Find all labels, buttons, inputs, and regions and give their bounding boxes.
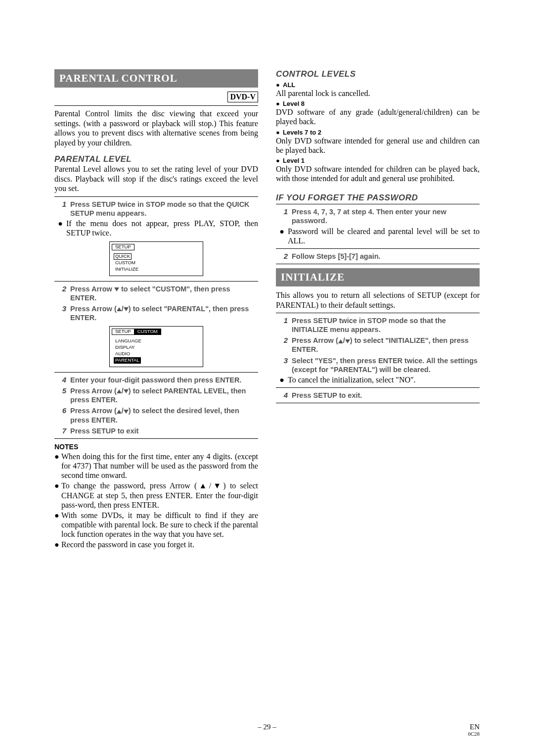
- osd-item-selected: PARENTAL: [114, 357, 141, 364]
- osd-tab: SETUP: [112, 329, 134, 335]
- osd-item: QUICK: [114, 253, 132, 260]
- up-arrow-icon: [117, 410, 122, 414]
- osd-graphic-2-wrap: SETUP CUSTOM LANGUAGE DISPLAY AUDIO PARE…: [54, 326, 258, 367]
- parental-level-subhead: PARENTAL LEVEL: [54, 154, 258, 164]
- page-number: – 29 –: [54, 723, 480, 731]
- note-item: ●Record the password in case you forget …: [54, 540, 258, 549]
- step-text-part: Press Arrow (: [292, 336, 338, 344]
- step-number: 1: [54, 200, 70, 218]
- dvdv-row: DVD-V: [54, 92, 258, 102]
- rule: [54, 438, 258, 439]
- step-text: Press 4, 7, 3, 7 at step 4. Then enter y…: [292, 207, 480, 225]
- up-arrow-icon: [338, 339, 343, 343]
- note-text: With some DVDs, it may be difficult to f…: [61, 511, 258, 539]
- step-number: 1: [276, 316, 292, 334]
- step-text: Enter your four-digit password then pres…: [70, 376, 258, 384]
- initialize-body: This allows you to return all selections…: [276, 290, 480, 310]
- rule: [276, 248, 480, 249]
- level-label: ●Levels 7 to 2: [276, 129, 480, 136]
- rule: [276, 313, 480, 313]
- osd-tab: SETUP: [112, 244, 134, 250]
- notes-heading: NOTES: [54, 443, 258, 451]
- level-label-text: ALL: [283, 81, 295, 89]
- level-label: ●Level 1: [276, 157, 480, 164]
- step-text-part: Press Arrow: [70, 285, 114, 293]
- note-item: ●With some DVDs, it may be difficult to …: [54, 511, 258, 539]
- page-footer: – 29 – EN 0C28: [54, 723, 480, 731]
- rule: [54, 372, 258, 373]
- osd-graphic-2: SETUP CUSTOM LANGUAGE DISPLAY AUDIO PARE…: [109, 326, 203, 367]
- osd-tab-selected: CUSTOM: [134, 329, 161, 335]
- init-sub: ● To cancel the initialization, select "…: [276, 375, 480, 384]
- step-text: Press SETUP twice in STOP mode so that t…: [70, 200, 258, 218]
- up-arrow-icon: [117, 389, 122, 393]
- step-text: Press SETUP twice in STOP mode so that t…: [292, 316, 480, 334]
- step-number: 5: [54, 386, 70, 404]
- level-label: ●Level 8: [276, 100, 480, 107]
- parental-intro-text: Parental Control limits the disc viewing…: [54, 109, 258, 147]
- init-step-2: 2 Press Arrow (/) to select "INITIALIZE"…: [276, 336, 480, 354]
- step-number: 6: [54, 406, 70, 424]
- right-column: CONTROL LEVELS ●ALL All parental lock is…: [276, 69, 480, 550]
- forget-sub: ● Password will be cleared and parental …: [276, 227, 480, 245]
- parental-control-heading: PARENTAL CONTROL: [54, 69, 258, 88]
- osd-item: INITIALIZE: [114, 266, 140, 273]
- level-label: ●ALL: [276, 81, 480, 89]
- bullet-icon: ●: [54, 481, 61, 510]
- rule: [276, 264, 480, 264]
- bullet-icon: ●: [54, 511, 61, 539]
- note-text: When doing this for the first time, ente…: [61, 452, 258, 480]
- init-step-1: 1 Press SETUP twice in STOP mode so that…: [276, 316, 480, 334]
- level-label-text: Level 8: [283, 100, 305, 107]
- step-number: 4: [54, 376, 70, 384]
- step-text: Press Arrow to select "CUSTOM", then pre…: [70, 284, 258, 302]
- note-item: ●When doing this for the first time, ent…: [54, 452, 258, 480]
- note-text: To change the password, press Arrow (▲/▼…: [61, 481, 258, 510]
- osd-item: DISPLAY: [114, 344, 136, 351]
- step-number: 2: [276, 336, 292, 354]
- step-text: Press SETUP to exit.: [292, 391, 480, 400]
- step-sub-text: To cancel the initialization, select "NO…: [288, 375, 480, 384]
- bullet-icon: ●: [276, 375, 288, 384]
- step-2: 2 Press Arrow to select "CUSTOM", then p…: [54, 284, 258, 302]
- step-6: 6 Press Arrow (/) to select the desired …: [54, 406, 258, 424]
- step-1-sub: ● If the menu does not appear, press PLA…: [54, 219, 258, 237]
- bullet-icon: ●: [276, 129, 283, 136]
- step-4: 4 Enter your four-digit password then pr…: [54, 376, 258, 384]
- bullet-icon: ●: [276, 227, 288, 245]
- step-text: Select "YES", then press ENTER twice. Al…: [292, 356, 480, 374]
- step-text: Press SETUP to exit: [70, 426, 258, 435]
- two-column-layout: PARENTAL CONTROL DVD-V Parental Control …: [54, 69, 480, 550]
- init-step-4: 4 Press SETUP to exit.: [276, 391, 480, 400]
- step-number: 2: [54, 284, 70, 302]
- page: PARENTAL CONTROL DVD-V Parental Control …: [0, 0, 534, 756]
- bullet-icon: ●: [276, 100, 283, 107]
- down-arrow-icon: [124, 389, 129, 393]
- osd-item: LANGUAGE: [114, 338, 143, 344]
- bullet-icon: ●: [276, 81, 283, 89]
- level-desc: All parental lock is cancelled.: [276, 89, 480, 98]
- down-arrow-icon: [114, 287, 119, 291]
- up-arrow-icon: [117, 307, 122, 311]
- down-arrow-icon: [345, 339, 350, 343]
- step-number: 1: [276, 207, 292, 225]
- step-3: 3 Press Arrow (/) to select "PARENTAL", …: [54, 304, 258, 322]
- level-label-text: Levels 7 to 2: [283, 129, 321, 136]
- step-text: Press Arrow (/) to select "INITIALIZE", …: [292, 336, 480, 354]
- left-column: PARENTAL CONTROL DVD-V Parental Control …: [54, 69, 258, 550]
- level-label-text: Level 1: [283, 157, 305, 164]
- footer-code: 0C28: [468, 731, 480, 737]
- rule: [276, 204, 480, 204]
- step-number: 4: [276, 391, 292, 400]
- init-step-3: 3 Select "YES", then press ENTER twice. …: [276, 356, 480, 374]
- rule: [54, 196, 258, 197]
- level-desc: Only DVD software intended for general u…: [276, 136, 480, 155]
- rule: [54, 281, 258, 282]
- bullet-icon: ●: [54, 540, 61, 549]
- down-arrow-icon: [124, 307, 129, 311]
- bullet-icon: ●: [276, 157, 283, 164]
- step-sub-text: Password will be cleared and parental le…: [288, 227, 480, 245]
- step-text: Press Arrow (/) to select the desired le…: [70, 406, 258, 424]
- control-levels-subhead: CONTROL LEVELS: [276, 69, 480, 79]
- step-number: 3: [54, 304, 70, 322]
